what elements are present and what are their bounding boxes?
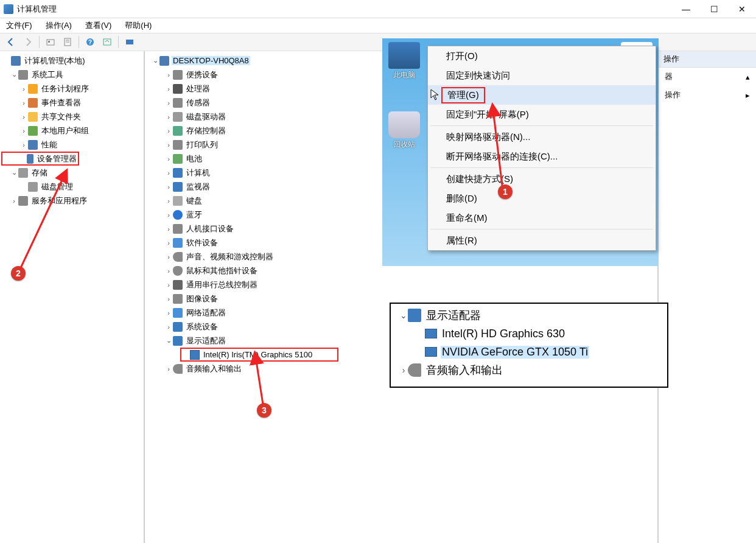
battery-icon xyxy=(173,154,183,164)
tree-shared-folders[interactable]: › 共享文件夹 xyxy=(1,110,142,124)
ctx-pin-quick[interactable]: 固定到快速访问 xyxy=(428,66,656,85)
cpu-icon xyxy=(173,84,183,94)
tree-local-users[interactable]: › 本地用户和组 xyxy=(1,124,142,138)
svg-line-9 xyxy=(493,110,502,186)
network-icon xyxy=(173,308,183,318)
tree-computer-management[interactable]: 计算机管理(本地) xyxy=(1,54,142,68)
tree-task-scheduler[interactable]: › 任务计划程序 xyxy=(1,82,142,96)
tools-icon xyxy=(18,70,28,80)
gpu-icon xyxy=(190,350,200,360)
svg-rect-8 xyxy=(126,40,133,44)
perf-icon xyxy=(28,140,38,150)
imaging-icon xyxy=(173,294,183,304)
device-overlay: ⌄ 显示适配器 Intel(R) HD Graphics 630 NVIDIA … xyxy=(390,303,668,388)
mouse-icon xyxy=(173,266,183,276)
actions-pane: 操作 器▴ 操作▸ xyxy=(659,51,756,543)
disk-drive-icon xyxy=(173,112,183,122)
computer-icon xyxy=(173,168,183,178)
show-hide-button[interactable] xyxy=(122,35,137,49)
printer-icon xyxy=(173,140,183,150)
ctx-map-drive[interactable]: 映射网络驱动器(N)... xyxy=(428,127,656,147)
audio-io-icon xyxy=(173,364,183,374)
arrow-2 xyxy=(17,172,72,277)
help-button[interactable]: ? xyxy=(83,35,97,49)
pc-icon xyxy=(159,56,169,66)
ov-nvidia-gtx-1050ti[interactable]: NVIDIA GeForce GTX 1050 Ti xyxy=(393,343,665,361)
arrow-1 xyxy=(487,107,511,194)
menu-bar: 文件(F) 操作(A) 查看(V) 帮助(H) xyxy=(0,18,756,33)
folder-icon xyxy=(28,112,38,122)
tree-device-manager[interactable]: 设备管理器 xyxy=(1,152,79,166)
svg-line-10 xyxy=(20,175,65,269)
device-mgr-icon xyxy=(27,154,33,164)
maximize-button[interactable]: ☐ xyxy=(700,0,728,18)
monitor-icon xyxy=(173,182,183,192)
svg-text:?: ? xyxy=(88,39,92,46)
tree-system-tools[interactable]: ⌄ 系统工具 xyxy=(1,68,142,82)
collapse-icon: ▴ xyxy=(746,72,750,82)
back-button[interactable] xyxy=(4,35,18,49)
gpu-icon xyxy=(425,347,437,357)
title-bar: 计算机管理 — ☐ ✕ xyxy=(0,0,756,18)
ctx-disconnect[interactable]: 断开网络驱动器的连接(C)... xyxy=(428,147,656,166)
refresh-button[interactable] xyxy=(100,35,114,49)
display-adapter-icon xyxy=(408,309,421,322)
close-button[interactable]: ✕ xyxy=(728,0,756,18)
hid-icon xyxy=(173,224,183,234)
ctx-open[interactable]: 打开(O) xyxy=(428,46,656,66)
ctx-shortcut[interactable]: 创建快捷方式(S) xyxy=(428,169,656,189)
forward-button[interactable] xyxy=(21,35,35,49)
storage-ctrl-icon xyxy=(173,126,183,136)
up-button[interactable] xyxy=(43,35,58,49)
chevron-right-icon: ▸ xyxy=(746,91,750,100)
device-usb[interactable]: ›通用串行总线控制器 xyxy=(146,278,656,292)
display-adapter-icon xyxy=(173,336,183,346)
event-icon xyxy=(28,98,38,108)
desktop-this-pc[interactable]: 此电脑 xyxy=(388,42,420,80)
minimize-button[interactable]: — xyxy=(672,0,700,18)
menu-help[interactable]: 帮助(H) xyxy=(122,19,154,32)
speaker-icon xyxy=(173,252,183,262)
portable-icon xyxy=(173,70,183,80)
properties-button[interactable] xyxy=(60,35,75,49)
sensor-icon xyxy=(173,98,183,108)
users-icon xyxy=(28,126,38,136)
actions-item-1[interactable]: 器▴ xyxy=(659,68,756,86)
actions-header: 操作 xyxy=(659,51,756,68)
system-icon xyxy=(173,322,183,332)
menu-view[interactable]: 查看(V) xyxy=(83,19,114,32)
tree-performance[interactable]: › 性能 xyxy=(1,138,142,152)
software-icon xyxy=(173,238,183,248)
svg-line-11 xyxy=(256,357,263,404)
keyboard-icon xyxy=(173,196,183,206)
svg-rect-1 xyxy=(48,41,50,43)
bluetooth-icon xyxy=(173,210,183,220)
desktop-recycle-bin[interactable]: 回收站 xyxy=(388,111,420,150)
ov-display-adapters[interactable]: ⌄ 显示适配器 xyxy=(393,306,665,324)
computer-icon xyxy=(11,56,21,66)
context-menu: 打开(O) 固定到快速访问 管理(G) 固定到"开始"屏幕(P) 映射网络驱动器… xyxy=(427,46,656,251)
cursor-icon xyxy=(430,89,440,103)
ctx-pin-start[interactable]: 固定到"开始"屏幕(P) xyxy=(428,105,656,124)
pc-desktop-icon xyxy=(388,42,420,69)
menu-file[interactable]: 文件(F) xyxy=(4,19,35,32)
app-icon xyxy=(4,4,13,14)
ctx-delete[interactable]: 删除(D) xyxy=(428,189,656,208)
tree-event-viewer[interactable]: › 事件查看器 xyxy=(1,96,142,110)
svg-rect-0 xyxy=(47,40,54,45)
arrow-3 xyxy=(243,354,274,411)
recycle-icon xyxy=(388,111,420,138)
ctx-properties[interactable]: 属性(R) xyxy=(428,231,656,250)
gpu-icon xyxy=(425,329,437,338)
navigation-tree: 计算机管理(本地) ⌄ 系统工具 › 任务计划程序 › 事件查看器 › 共享文件… xyxy=(0,51,145,543)
actions-item-2[interactable]: 操作▸ xyxy=(659,86,756,104)
ctx-rename[interactable]: 重命名(M) xyxy=(428,208,656,228)
usb-icon xyxy=(173,280,183,290)
ov-intel-hd-630[interactable]: Intel(R) HD Graphics 630 xyxy=(393,324,665,343)
menu-action[interactable]: 操作(A) xyxy=(43,19,74,32)
window-title: 计算机管理 xyxy=(17,4,672,15)
context-menu-overlay: 此电脑 回收站 打开(O) 固定到快速访问 管理(G) 固定到"开始"屏幕(P)… xyxy=(382,38,659,266)
ov-audio-io[interactable]: › 音频输入和输出 xyxy=(393,361,665,379)
ctx-manage[interactable]: 管理(G) xyxy=(428,85,656,105)
clock-icon xyxy=(28,84,38,94)
